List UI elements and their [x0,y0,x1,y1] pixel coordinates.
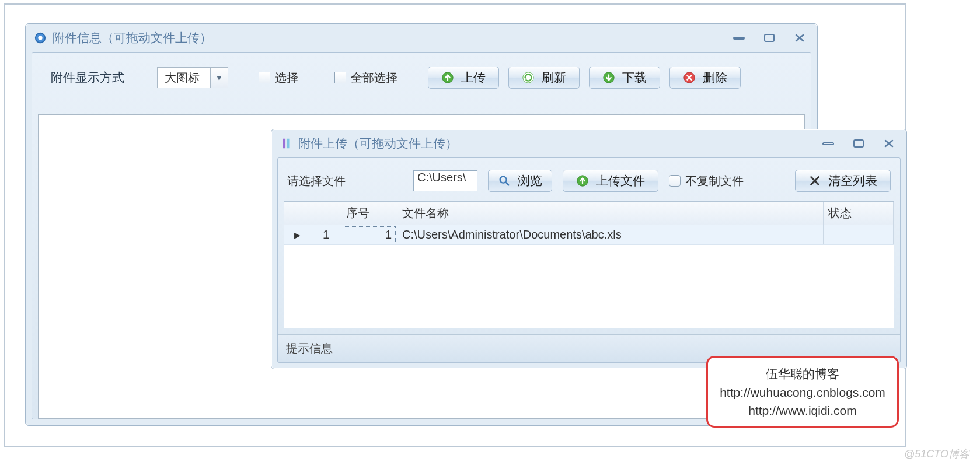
window-controls [730,32,809,44]
checkbox-icon [259,72,270,83]
upload-file-button[interactable]: 上传文件 [563,170,658,192]
window-attachment-upload: 附件上传（可拖动文件上传） 请选择文件 C:\Users\ [271,129,907,369]
th-filename[interactable]: 文件名称 [397,202,824,225]
upload-icon [576,174,589,187]
delete-icon [683,71,696,84]
upload-label: 上传 [461,69,486,86]
upload-button[interactable]: 上传 [428,66,499,89]
cell-filename: C:\Users\Administrator\Documents\abc.xls [397,225,824,244]
close-icon [808,174,821,187]
checkbox-select-label: 选择 [275,70,298,86]
table-row[interactable]: ▶ 1 1 C:\Users\Administrator\Documents\a… [284,225,894,245]
refresh-icon [522,71,535,84]
checkbox-icon [669,175,681,187]
maximize-button[interactable] [760,32,779,44]
inner-panel: 请选择文件 C:\Users\ 浏览 上传文件 不复制 [277,158,901,363]
display-mode-label: 附件显示方式 [51,69,124,86]
window-controls [819,137,898,150]
checkbox-select[interactable]: 选择 [259,70,298,86]
row-marker-icon: ▶ [284,225,311,244]
cell-index: 1 [311,225,341,244]
app-icon [34,32,47,44]
th-marker[interactable] [284,202,311,225]
download-button[interactable]: 下载 [589,66,660,89]
chevron-down-icon: ▼ [210,68,228,88]
select-file-label: 请选择文件 [287,173,346,189]
clear-list-label: 清空列表 [828,173,877,189]
refresh-label: 刷新 [542,69,566,86]
browse-button[interactable]: 浏览 [488,170,552,192]
checkbox-select-all[interactable]: 全部选择 [334,70,397,86]
watermark: @51CTO博客 [904,447,969,461]
svg-rect-8 [283,139,286,149]
cell-seq[interactable]: 1 [341,225,397,244]
th-status[interactable]: 状态 [824,202,894,225]
maximize-button[interactable] [849,137,868,150]
checkbox-no-copy[interactable]: 不复制文件 [669,173,744,189]
svg-rect-11 [854,140,863,147]
checkbox-icon [334,72,346,83]
checkbox-select-all-label: 全部选择 [351,70,397,86]
svg-line-13 [506,183,509,186]
table-empty-area [284,245,894,328]
cell-status [824,225,894,244]
callout-url2: http://www.iqidi.com [714,401,891,420]
checkbox-no-copy-label: 不复制文件 [685,173,744,189]
display-mode-value: 大图标 [158,70,210,86]
delete-label: 删除 [703,69,727,86]
file-path-input[interactable]: C:\Users\ [413,170,477,191]
upload-icon [441,71,454,84]
callout-url1: http://wuhuacong.cnblogs.com [714,383,891,402]
titlebar[interactable]: 附件信息（可拖动文件上传） [26,24,817,52]
blog-callout: 伍华聪的博客 http://wuhuacong.cnblogs.com http… [706,356,899,428]
window-title: 附件信息（可拖动文件上传） [53,30,730,46]
svg-rect-9 [287,139,290,149]
minimize-button[interactable] [730,32,748,44]
browse-label: 浏览 [518,173,542,189]
toolbar: 请选择文件 C:\Users\ 浏览 上传文件 不复制 [278,158,900,201]
svg-point-1 [38,36,42,40]
titlebar[interactable]: 附件上传（可拖动文件上传） [271,130,906,158]
delete-button[interactable]: 删除 [669,66,741,89]
close-button[interactable] [790,32,809,44]
close-button[interactable] [880,137,898,150]
clear-list-button[interactable]: 清空列表 [795,170,891,192]
window-title: 附件上传（可拖动文件上传） [298,135,819,152]
toolbar: 附件显示方式 大图标 ▼ 选择 全部选择 [40,61,803,102]
svg-rect-2 [734,37,744,39]
app-icon [280,137,292,150]
minimize-button[interactable] [819,137,838,150]
th-seq[interactable]: 序号 [341,202,397,225]
table-header: 序号 文件名称 状态 [284,202,894,225]
svg-rect-3 [765,34,774,41]
download-label: 下载 [622,69,647,86]
search-icon [498,174,511,187]
display-mode-combo[interactable]: 大图标 ▼ [157,67,228,88]
upload-file-label: 上传文件 [596,173,645,189]
download-icon [602,71,615,84]
callout-title: 伍华聪的博客 [714,365,891,383]
file-table: 序号 文件名称 状态 ▶ 1 1 C:\Users\Administrator\… [284,201,894,328]
th-index[interactable] [311,202,341,225]
refresh-button[interactable]: 刷新 [508,66,580,89]
svg-rect-10 [823,143,833,145]
